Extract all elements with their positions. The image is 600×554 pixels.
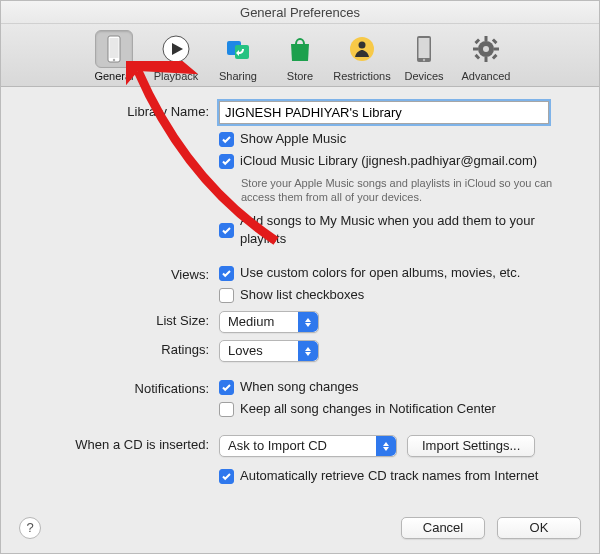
toolbar-label: Advanced — [462, 70, 511, 82]
window-title: General Preferences — [1, 1, 599, 24]
svg-point-2 — [113, 59, 115, 61]
list-size-select[interactable]: Medium — [219, 311, 319, 333]
icloud-library-note: Store your Apple Music songs and playlis… — [241, 176, 571, 204]
phone-icon — [104, 35, 124, 63]
icloud-library-checkbox[interactable] — [219, 154, 234, 169]
toolbar-label: Restrictions — [333, 70, 390, 82]
svg-rect-19 — [492, 54, 498, 60]
library-name-label: Library Name: — [19, 101, 219, 119]
add-songs-label: Add songs to My Music when you add them … — [240, 212, 581, 248]
show-checkboxes-label: Show list checkboxes — [240, 286, 364, 304]
import-settings-button[interactable]: Import Settings... — [407, 435, 535, 457]
views-label: Views: — [19, 264, 219, 282]
svg-rect-10 — [419, 38, 430, 58]
preferences-toolbar: General Playback Sharing Store — [1, 24, 599, 87]
svg-rect-14 — [485, 36, 488, 41]
sharing-icon — [224, 35, 252, 63]
show-apple-music-label: Show Apple Music — [240, 130, 346, 148]
list-size-label: List Size: — [19, 310, 219, 328]
cd-action-select[interactable]: Ask to Import CD — [219, 435, 397, 457]
cancel-button[interactable]: Cancel — [401, 517, 485, 539]
ok-button[interactable]: OK — [497, 517, 581, 539]
toolbar-restrictions[interactable]: Restrictions — [331, 30, 393, 82]
toolbar-label: General — [94, 70, 133, 82]
keep-in-center-label: Keep all song changes in Notification Ce… — [240, 400, 496, 418]
svg-rect-21 — [474, 54, 480, 60]
toolbar-sharing[interactable]: Sharing — [207, 30, 269, 82]
custom-colors-label: Use custom colors for open albums, movie… — [240, 264, 520, 282]
library-name-input[interactable] — [219, 101, 549, 124]
ratings-label: Ratings: — [19, 339, 219, 357]
restrictions-icon — [348, 35, 376, 63]
toolbar-label: Playback — [154, 70, 199, 82]
ratings-select[interactable]: Loves — [219, 340, 319, 362]
svg-rect-15 — [485, 57, 488, 62]
cd-inserted-label: When a CD is inserted: — [19, 434, 219, 452]
help-button[interactable]: ? — [19, 517, 41, 539]
keep-in-center-checkbox[interactable] — [219, 402, 234, 417]
svg-point-13 — [483, 46, 489, 52]
help-icon: ? — [26, 520, 33, 535]
bag-icon — [287, 35, 313, 63]
select-arrows-icon — [298, 312, 318, 332]
auto-retrieve-checkbox[interactable] — [219, 469, 234, 484]
svg-rect-16 — [473, 48, 478, 51]
custom-colors-checkbox[interactable] — [219, 266, 234, 281]
svg-rect-18 — [474, 38, 480, 44]
svg-point-7 — [350, 37, 374, 61]
toolbar-label: Store — [287, 70, 313, 82]
cancel-label: Cancel — [423, 518, 463, 538]
settings-panel: Library Name: Show Apple Music iCloud Mu… — [1, 87, 599, 492]
ok-label: OK — [530, 518, 549, 538]
bottom-bar: ? Cancel OK — [1, 501, 599, 553]
toolbar-label: Sharing — [219, 70, 257, 82]
svg-point-8 — [359, 42, 366, 49]
icloud-library-label: iCloud Music Library (jignesh.padhiyar@g… — [240, 152, 537, 170]
notifications-label: Notifications: — [19, 378, 219, 396]
list-size-value: Medium — [228, 312, 274, 332]
when-song-changes-checkbox[interactable] — [219, 380, 234, 395]
select-arrows-icon — [298, 341, 318, 361]
toolbar-devices[interactable]: Devices — [393, 30, 455, 82]
toolbar-store[interactable]: Store — [269, 30, 331, 82]
svg-rect-20 — [492, 38, 498, 44]
show-checkboxes-checkbox[interactable] — [219, 288, 234, 303]
device-icon — [415, 35, 433, 63]
cd-action-value: Ask to Import CD — [228, 436, 327, 456]
svg-rect-17 — [494, 48, 499, 51]
import-settings-label: Import Settings... — [422, 436, 520, 456]
svg-rect-1 — [110, 38, 119, 58]
auto-retrieve-label: Automatically retrieve CD track names fr… — [240, 467, 538, 485]
toolbar-general[interactable]: General — [83, 30, 145, 82]
svg-point-11 — [423, 59, 425, 61]
play-icon — [161, 34, 191, 64]
show-apple-music-checkbox[interactable] — [219, 132, 234, 147]
toolbar-label: Devices — [404, 70, 443, 82]
ratings-value: Loves — [228, 341, 263, 361]
gear-icon — [472, 35, 500, 63]
add-songs-checkbox[interactable] — [219, 223, 234, 238]
toolbar-playback[interactable]: Playback — [145, 30, 207, 82]
when-song-changes-label: When song changes — [240, 378, 359, 396]
select-arrows-icon — [376, 436, 396, 456]
toolbar-advanced[interactable]: Advanced — [455, 30, 517, 82]
